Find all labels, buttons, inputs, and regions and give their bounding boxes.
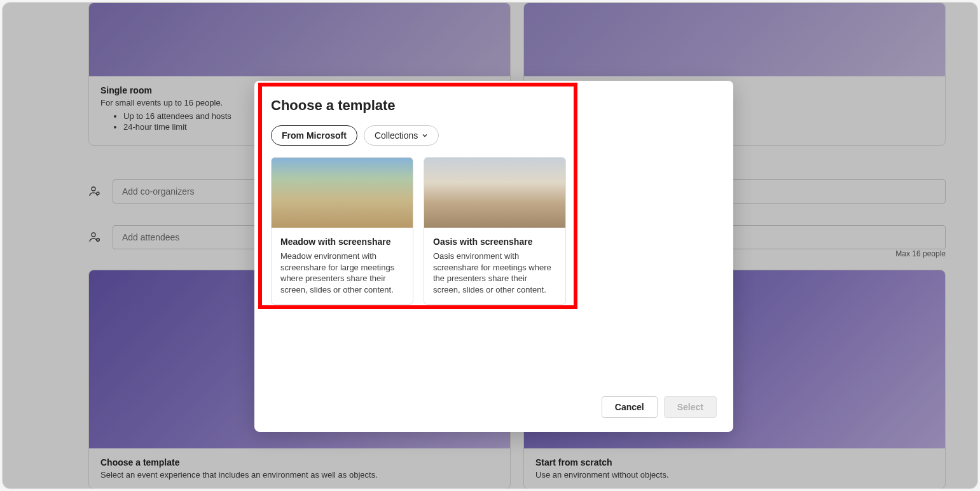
template-oasis-title: Oasis with screenshare (433, 237, 556, 247)
cancel-button[interactable]: Cancel (602, 396, 658, 418)
select-button-label: Select (677, 402, 703, 412)
modal-title: Choose a template (271, 97, 717, 114)
template-meadow-title: Meadow with screenshare (280, 237, 404, 247)
chevron-down-icon (422, 132, 428, 139)
template-oasis-desc: Oasis environment with screenshare for m… (433, 251, 556, 295)
template-oasis-image (424, 158, 565, 228)
template-meadow[interactable]: Meadow with screenshare Meadow environme… (271, 157, 413, 305)
template-oasis[interactable]: Oasis with screenshare Oasis environment… (424, 157, 566, 305)
choose-template-modal: Choose a template From Microsoft Collect… (254, 81, 733, 432)
chip-from-microsoft-label: From Microsoft (282, 130, 347, 141)
select-button: Select (664, 396, 717, 418)
chip-collections[interactable]: Collections (364, 125, 439, 146)
cancel-button-label: Cancel (615, 402, 644, 412)
template-meadow-desc: Meadow environment with screenshare for … (280, 251, 404, 295)
chip-from-microsoft[interactable]: From Microsoft (271, 125, 357, 146)
chip-collections-label: Collections (375, 130, 418, 141)
template-meadow-image (272, 158, 413, 228)
